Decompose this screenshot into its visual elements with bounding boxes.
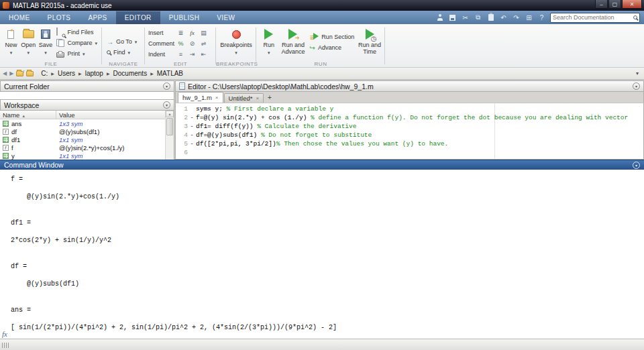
print-button[interactable]: Print: [55, 49, 99, 58]
breakpoints-button[interactable]: Breakpoints: [219, 26, 253, 60]
command-window-menu-icon[interactable]: [633, 162, 640, 169]
undo-icon[interactable]: ↶: [499, 13, 508, 22]
code-editor[interactable]: 1 syms y; % First declare a variable y 2…: [175, 103, 644, 160]
current-folder-menu-icon[interactable]: [163, 82, 170, 90]
quick-save-icon[interactable]: [448, 13, 457, 22]
up-one-level-icon[interactable]: ↑: [16, 71, 23, 76]
back-icon[interactable]: ◀: [3, 70, 7, 76]
editor-header: Editor - C:\Users\laptop\Desktop\MathLab…: [175, 80, 644, 92]
switch-windows-icon[interactable]: ⊞: [525, 13, 533, 22]
workspace-title: Workspace: [4, 101, 39, 109]
insert-function-icon[interactable]: fx: [188, 30, 197, 36]
breadcrumb-item-documents[interactable]: Documents: [111, 70, 150, 77]
browse-folder-icon[interactable]: [26, 71, 34, 76]
run-button[interactable]: Run: [260, 26, 278, 60]
breadcrumb-item-drive[interactable]: C:: [39, 70, 50, 77]
run-icon: [264, 27, 273, 41]
open-label: Open: [21, 42, 36, 48]
function-hints-button[interactable]: fx: [2, 330, 7, 338]
run-and-advance-button[interactable]: ➔ Run and Advance: [280, 26, 306, 60]
paste-icon[interactable]: [486, 13, 495, 22]
indent-left-icon[interactable]: ⇤: [199, 51, 208, 58]
ribbon-tab-apps[interactable]: APPS: [79, 11, 115, 24]
ribbon-section-edit: Insert ≣ fx ▤ Comment % ⊘ ⇌ Indent ≡ ⇥ ⇤…: [145, 24, 216, 68]
open-button[interactable]: Open: [21, 26, 36, 60]
breadcrumb-item-laptop[interactable]: laptop: [83, 70, 105, 77]
print-dropdown-icon: [83, 50, 85, 57]
new-label: New: [5, 42, 17, 48]
wrap-comments-icon[interactable]: ⇌: [199, 40, 208, 47]
breakpoints-label: Breakpoints: [220, 42, 252, 48]
editor-tab-untitled[interactable]: Untitled*: [224, 93, 264, 103]
close-button[interactable]: [622, 0, 642, 9]
ribbon-section-navigate: → Go To Find NAVIGATE: [102, 24, 145, 68]
code-line: 4 - df=@(y)subs(df1) % Do not forget to …: [176, 131, 643, 139]
indent-right-icon[interactable]: ⇥: [188, 51, 197, 58]
ribbon-tab-home[interactable]: HOME: [0, 11, 39, 24]
insert-label: Insert: [148, 30, 174, 36]
find-files-icon: [56, 28, 64, 37]
scroll-up-icon[interactable]: ▲: [166, 111, 174, 117]
insert-block-icon[interactable]: ▤: [199, 30, 208, 36]
minimize-button[interactable]: [595, 0, 608, 9]
breadcrumb-item-matlab[interactable]: MATLAB: [155, 70, 185, 77]
user-account-icon[interactable]: [435, 13, 444, 22]
run-and-advance-icon: ➔: [288, 27, 297, 41]
breadcrumb-item-users[interactable]: Users: [56, 70, 77, 77]
code-line: 2 - f=@(y) sin(2.*y) + cos (1./y) % defi…: [176, 113, 643, 122]
workspace-column-header: Name Value: [0, 111, 174, 119]
workspace-row[interactable]: y 1x1 sym: [0, 152, 174, 160]
command-window-title: Command Window: [4, 161, 64, 169]
new-button[interactable]: ★ New: [3, 26, 19, 60]
navigate-section-label: NAVIGATE: [102, 61, 145, 67]
editor-title: Editor - C:\Users\laptop\Desktop\MathLab…: [188, 82, 374, 91]
editor-menu-icon[interactable]: [633, 82, 640, 90]
search-icon[interactable]: [633, 15, 637, 19]
workspace-row[interactable]: ans 1x3 sym: [0, 119, 174, 127]
ribbon-tab-view[interactable]: VIEW: [208, 11, 244, 24]
editor-tab-hw-9-1[interactable]: hw_9_1.m: [178, 92, 223, 103]
ribbon-tab-editor[interactable]: EDITOR: [116, 11, 160, 24]
edit-section-label: EDIT: [145, 61, 216, 67]
copy-icon[interactable]: ⧉: [474, 13, 482, 22]
insert-section-icon[interactable]: ≣: [176, 30, 185, 36]
code-line: 1 syms y; % First declare a variable y: [176, 105, 643, 113]
goto-icon: →: [107, 38, 113, 46]
maximize-button[interactable]: [608, 0, 621, 9]
scrollbar-thumb[interactable]: [166, 118, 173, 135]
run-section-icon: ≣: [310, 33, 319, 41]
advance-label: Advance: [318, 44, 341, 51]
redo-icon[interactable]: ↷: [512, 13, 521, 22]
save-button[interactable]: Save: [38, 26, 54, 60]
statusbar-grip-handle[interactable]: [2, 343, 9, 348]
run-section-button[interactable]: ≣ Run Section: [309, 32, 356, 42]
path-dropdown-icon[interactable]: [636, 70, 641, 76]
find-button[interactable]: Find: [105, 48, 138, 57]
tab-close-icon[interactable]: [215, 95, 219, 101]
goto-button[interactable]: → Go To: [105, 37, 138, 46]
tab-close-icon[interactable]: [256, 95, 259, 101]
command-window-body[interactable]: f = @(y)sin(2.*y)+cos(1./y) df1 = 2*cos(…: [0, 170, 644, 339]
smart-indent-icon[interactable]: ≡: [176, 51, 185, 58]
current-folder-header: Current Folder: [0, 80, 174, 92]
new-tab-button[interactable]: +: [264, 94, 275, 101]
search-input[interactable]: [553, 14, 631, 21]
forward-icon[interactable]: ▶: [9, 70, 13, 76]
workspace-menu-icon[interactable]: [163, 101, 170, 109]
workspace-row[interactable]: ƒdf @(y)subs(df1): [0, 127, 174, 135]
ribbon-tab-publish[interactable]: PUBLISH: [160, 11, 209, 24]
help-icon[interactable]: ?: [537, 13, 546, 22]
find-files-button[interactable]: Find Files: [55, 27, 99, 37]
cut-icon[interactable]: ✂: [461, 13, 470, 22]
editor-ribbon-toolbar: ★ New Open Save Find Files Compare Print: [0, 24, 644, 68]
workspace-row[interactable]: df1 1x1 sym: [0, 135, 174, 143]
run-and-time-button[interactable]: ◷ Run and Time: [358, 26, 382, 60]
column-header-name[interactable]: Name: [0, 111, 56, 119]
column-header-value[interactable]: Value: [56, 111, 174, 119]
workspace-row[interactable]: ƒf @(y)sin(2.*y)+cos(1./y): [0, 143, 174, 152]
ribbon-tab-plots[interactable]: PLOTS: [39, 11, 80, 24]
comment-icon[interactable]: %: [176, 40, 185, 47]
advance-button[interactable]: ↪ Advance: [309, 43, 356, 52]
compare-button[interactable]: Compare: [55, 38, 99, 48]
uncomment-icon[interactable]: ⊘: [188, 40, 197, 47]
